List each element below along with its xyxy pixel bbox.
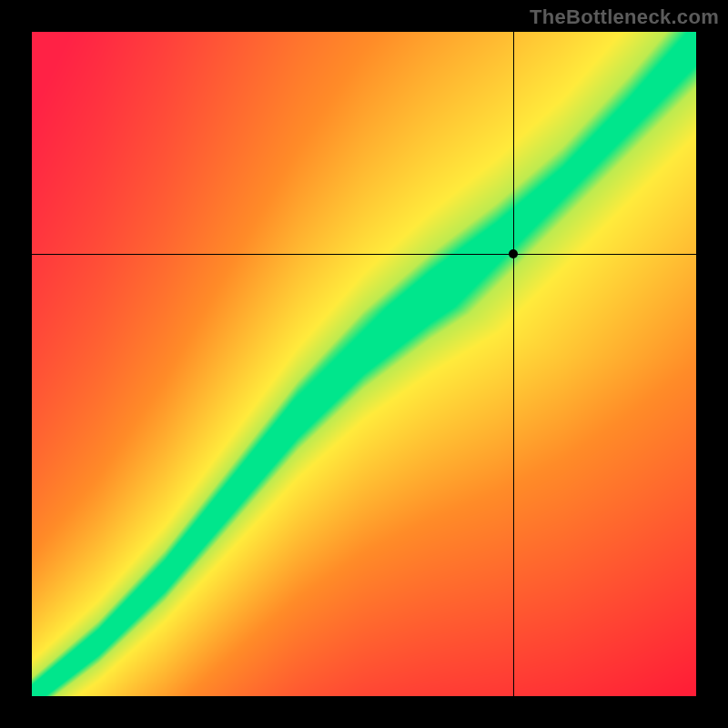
chart-stage: TheBottleneck.com [0,0,728,728]
crosshair-vertical [513,32,514,696]
heatmap-plot [32,32,696,696]
watermark-text: TheBottleneck.com [530,5,719,29]
crosshair-horizontal [32,254,696,255]
marker-dot [509,249,518,258]
heatmap-canvas [32,32,696,696]
